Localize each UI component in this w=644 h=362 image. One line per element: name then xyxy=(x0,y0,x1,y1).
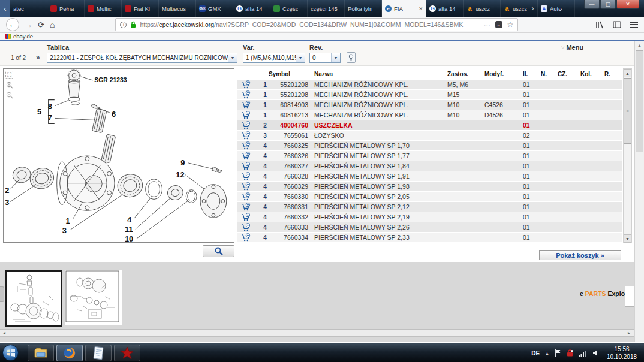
taskbar-notepad-button[interactable] xyxy=(85,345,112,361)
table-row[interactable]: 47660325PIERŚCIEŃ METALOWY SP 1,7001 xyxy=(237,141,622,151)
add-to-cart-icon[interactable] xyxy=(237,90,258,99)
table-row[interactable]: 160814903MECHANIZM RÓŻNICOWY KPL.M10C452… xyxy=(237,100,622,110)
next-page-button[interactable]: » xyxy=(36,53,40,62)
table-row[interactable]: 155201208MECHANIZM RÓŻNICOWY KPL.M5, M60… xyxy=(237,80,622,90)
drawing-select[interactable]: 21220/01 - ZESPÓŁ KÓŁ ZĘBATYCH MECHANIZM… xyxy=(47,53,237,63)
pocket-icon[interactable]: ⌄ xyxy=(495,21,502,28)
table-scrollbar[interactable]: ▲ ≡ ▼ xyxy=(623,68,632,243)
add-to-cart-icon[interactable] xyxy=(237,152,258,160)
add-to-cart-icon[interactable] xyxy=(237,172,258,180)
more-actions-icon[interactable]: ⋯ xyxy=(484,21,490,28)
network-signal-icon[interactable] xyxy=(579,350,587,357)
legend-bulb-icon[interactable] xyxy=(347,52,356,63)
start-button[interactable] xyxy=(2,345,19,361)
scroll-right-icon[interactable]: ▸ xyxy=(625,330,633,336)
menu-icon[interactable] xyxy=(630,22,638,28)
add-to-cart-icon[interactable] xyxy=(237,141,258,150)
variant-select[interactable]: 1 (M5,M6,M10,M15) ▼ xyxy=(243,53,305,63)
taskbar-explorer-button[interactable] xyxy=(28,345,54,361)
add-to-cart-icon[interactable] xyxy=(237,101,258,109)
browser-tab[interactable]: GMXGMX xyxy=(196,0,233,17)
bookmark-star-icon[interactable]: ☆ xyxy=(507,20,514,29)
add-to-cart-icon[interactable] xyxy=(237,121,258,129)
browser-tab[interactable]: Pełna xyxy=(47,0,85,17)
diagram-search-button[interactable] xyxy=(203,245,234,257)
info-icon[interactable]: i xyxy=(120,22,127,28)
taskbar-red-app-button[interactable] xyxy=(114,345,140,361)
browser-tab[interactable]: Częśc xyxy=(270,0,308,17)
table-row[interactable]: 47660330PIERŚCIEŃ METALOWY SP 2,0501 xyxy=(237,192,622,202)
tab-scroll-right-icon[interactable]: › xyxy=(526,0,540,17)
add-to-cart-icon[interactable] xyxy=(237,192,258,201)
horizontal-scrollbar[interactable]: ◂ ▸ xyxy=(0,329,634,337)
browser-tab[interactable]: Galfa 14 xyxy=(233,0,270,17)
new-tab-button[interactable]: + xyxy=(540,0,553,17)
browser-tab[interactable]: eFIA× xyxy=(382,0,426,17)
tab-list-icon[interactable]: ⌄ xyxy=(553,0,567,17)
forward-icon[interactable]: → xyxy=(25,20,32,29)
add-to-cart-icon[interactable] xyxy=(237,162,258,170)
parts-diagram-panel[interactable]: ⛶ xyxy=(3,68,234,243)
revision-select[interactable]: 0 ▼ xyxy=(309,53,341,63)
browser-tab[interactable]: Półka tyln xyxy=(345,0,382,17)
page-scrollbar[interactable]: ▲ xyxy=(634,41,644,342)
table-row[interactable]: 47660334PIERŚCIEŃ METALOWY SP 2,3301 xyxy=(237,233,622,243)
tab-scroll-left-icon[interactable]: ‹ xyxy=(0,0,10,17)
table-row[interactable]: 47660332PIERŚCIEŃ METALOWY SP 2,1901 xyxy=(237,212,622,222)
scroll-down-icon[interactable]: ▼ xyxy=(624,234,631,243)
menu-toggle[interactable]: ▽ Menu xyxy=(561,44,583,51)
add-to-cart-icon[interactable] xyxy=(237,111,258,119)
table-row[interactable]: 47660327PIERŚCIEŃ METALOWY SP 1,8401 xyxy=(237,161,622,171)
add-to-cart-icon[interactable] xyxy=(237,182,258,191)
add-to-cart-icon[interactable] xyxy=(237,203,258,211)
tab-close-icon[interactable]: × xyxy=(419,5,423,12)
scroll-left-icon[interactable]: ◂ xyxy=(0,330,8,336)
scrollbar-thumb[interactable] xyxy=(636,50,643,152)
page-thumbnail-2[interactable] xyxy=(65,270,122,325)
table-row[interactable]: 37655061ŁOŻYSKO02 xyxy=(237,131,622,141)
scroll-up-icon[interactable]: ▲ xyxy=(635,41,644,49)
table-row[interactable]: 47660331PIERŚCIEŃ METALOWY SP 2,1201 xyxy=(237,202,622,212)
maximize-button[interactable]: ▢ xyxy=(600,0,616,9)
add-to-cart-icon[interactable] xyxy=(237,131,258,140)
browser-tab[interactable]: części 145 xyxy=(308,0,345,17)
bookmark-item[interactable]: ebay.de xyxy=(13,33,33,40)
table-row[interactable]: 240004760USZCZELKA01 xyxy=(237,120,622,131)
add-to-cart-icon[interactable] xyxy=(237,80,258,89)
browser-tab[interactable]: Galfa 14 xyxy=(426,0,464,17)
browser-tab[interactable]: atec xyxy=(10,0,47,17)
security-lock-icon[interactable] xyxy=(567,349,573,357)
browser-tab[interactable]: auszcz xyxy=(464,0,501,17)
scrollbar-thumb[interactable]: ≡ xyxy=(624,78,631,144)
close-button[interactable]: ✕ xyxy=(616,0,639,9)
add-to-cart-icon[interactable] xyxy=(237,223,258,231)
add-to-cart-icon[interactable] xyxy=(237,233,258,242)
taskbar-firefox-button[interactable] xyxy=(56,345,83,361)
browser-tab[interactable]: Multic xyxy=(85,0,122,17)
table-row[interactable]: 47660328PIERŚCIEŃ METALOWY SP 1,9101 xyxy=(237,171,622,182)
language-indicator[interactable]: DE xyxy=(531,350,540,357)
page-thumbnail-selected[interactable] xyxy=(5,270,62,327)
url-bar[interactable]: i https://eper.jacekowski.org/navi?SGRP_… xyxy=(115,18,518,31)
library-icon[interactable] xyxy=(595,21,604,29)
zoom-out-icon[interactable] xyxy=(5,91,13,99)
add-to-cart-icon[interactable] xyxy=(237,213,258,221)
taskbar-clock[interactable]: 15:56 10.10.2018 xyxy=(602,345,642,361)
table-row[interactable]: 160816213MECHANIZM RÓŻNICOWY KPL.M10D452… xyxy=(237,110,622,120)
volume-icon[interactable] xyxy=(592,349,600,357)
browser-tab[interactable]: Fiat Kl xyxy=(122,0,159,17)
reload-icon[interactable]: ⟳ xyxy=(38,20,44,29)
panel-handle[interactable] xyxy=(0,286,4,302)
zoom-in-icon[interactable] xyxy=(5,81,13,89)
hidden-icons-icon[interactable]: ▲ xyxy=(545,351,549,355)
action-center-flag-icon[interactable] xyxy=(555,349,561,357)
table-row[interactable]: 47660329PIERŚCIEŃ METALOWY SP 1,9801 xyxy=(237,182,622,192)
table-row[interactable]: 47660326PIERŚCIEŃ METALOWY SP 1,7701 xyxy=(237,151,622,161)
home-icon[interactable]: ⌂ xyxy=(50,20,55,29)
table-row[interactable]: 155201208MECHANIZM RÓŻNICOWY KPL.M1501 xyxy=(237,90,622,100)
scroll-up-icon[interactable]: ▲ xyxy=(624,69,631,77)
browser-tab[interactable]: Multiecus xyxy=(159,0,196,17)
back-icon[interactable]: ← xyxy=(6,18,19,31)
fit-view-icon[interactable]: ⛶ xyxy=(5,71,13,79)
minimize-button[interactable]: — xyxy=(584,0,600,9)
